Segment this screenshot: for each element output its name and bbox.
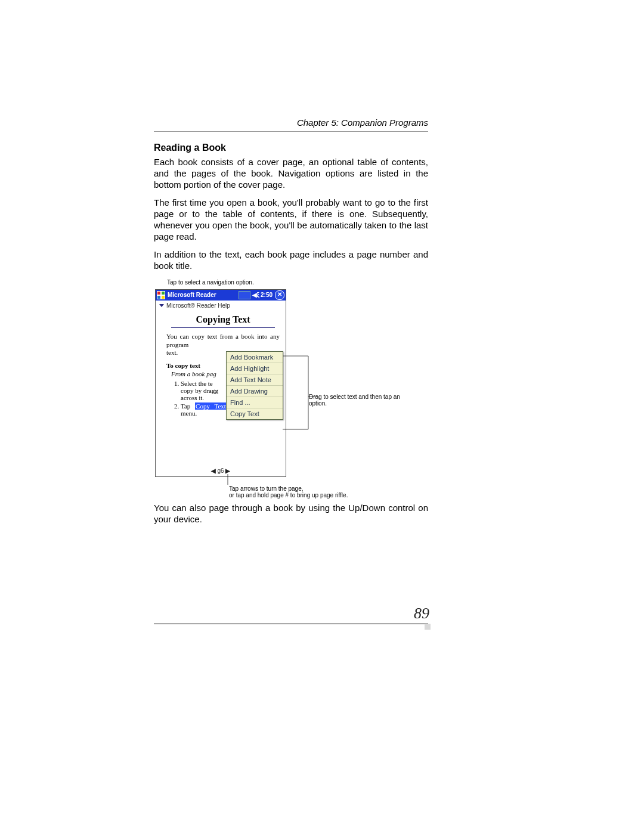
menu-add-drawing[interactable]: Add Drawing	[227, 386, 283, 397]
breadcrumb[interactable]: Microsoft® Reader Help	[156, 301, 286, 311]
pager[interactable]: ◀ g6 ▶	[156, 467, 286, 474]
paragraph-1: Each book consists of a cover page, an o…	[154, 157, 428, 190]
section-heading: Reading a Book	[154, 143, 428, 153]
menu-add-text-note[interactable]: Add Text Note	[227, 374, 283, 386]
connectivity-icon[interactable]	[239, 291, 250, 299]
reader-step2-a: Tap	[181, 402, 195, 410]
menu-find[interactable]: Find ...	[227, 397, 283, 408]
reader-para-text: You can copy text from a book into any p…	[166, 333, 280, 348]
reader-heading: Copying Text	[166, 314, 280, 325]
context-menu: Add Bookmark Add Highlight Add Text Note…	[226, 351, 283, 420]
app-title: Microsoft Reader	[168, 292, 237, 298]
menu-add-bookmark[interactable]: Add Bookmark	[227, 352, 283, 363]
reader-rule	[171, 327, 275, 328]
paragraph-2: The first time you open a book, you'll p…	[154, 197, 428, 242]
clock-label[interactable]: 2:50	[261, 292, 273, 298]
reader-step2-highlight: Copy Text	[195, 402, 227, 410]
reader-step1-a: Select the te	[181, 380, 213, 387]
reader-step1-c: across it.	[181, 394, 204, 401]
reader-para-tail: text.	[166, 349, 178, 356]
top-rule	[154, 131, 428, 132]
menu-copy-text[interactable]: Copy Text	[227, 408, 283, 419]
close-icon[interactable]: ✕	[275, 290, 284, 300]
callout-nav-option: Tap to select a navigation option.	[167, 279, 428, 286]
figure-reader-screenshot: Microsoft Reader ◀ξ 2:50 ✕ Microsoft® Re…	[153, 289, 428, 492]
pager-prev-icon[interactable]: ◀	[211, 467, 216, 474]
callout-drag-text: Drag to select text and then tap an opti…	[309, 394, 404, 407]
page-number: 89	[414, 605, 429, 623]
paragraph-after-figure: You can also page through a book by usin…	[154, 503, 428, 525]
breadcrumb-label: Microsoft® Reader Help	[166, 302, 230, 309]
reader-step1-b: copy by dragg	[181, 387, 218, 394]
pager-next-icon[interactable]: ▶	[225, 467, 230, 474]
callout-pager-line1: Tap arrows to turn the page,	[229, 485, 304, 492]
page-number-marker	[425, 624, 431, 630]
footer-rule	[154, 623, 428, 624]
chapter-header: Chapter 5: Companion Programs	[154, 117, 428, 128]
paragraph-3: In addition to the text, each book page …	[154, 249, 428, 272]
device-frame: Microsoft Reader ◀ξ 2:50 ✕ Microsoft® Re…	[155, 289, 286, 477]
speaker-icon[interactable]: ◀ξ	[252, 292, 259, 298]
callout-pager-line2: or tap and hold page # to bring up page …	[229, 492, 348, 498]
windows-logo-icon	[157, 291, 165, 299]
menu-add-highlight[interactable]: Add Highlight	[227, 363, 283, 374]
titlebar: Microsoft Reader ◀ξ 2:50 ✕	[156, 290, 286, 301]
callout-pager: Tap arrows to turn the page, or tap and …	[229, 485, 420, 498]
pager-page-number[interactable]: g6	[217, 467, 224, 474]
breadcrumb-arrow-icon	[159, 304, 164, 307]
